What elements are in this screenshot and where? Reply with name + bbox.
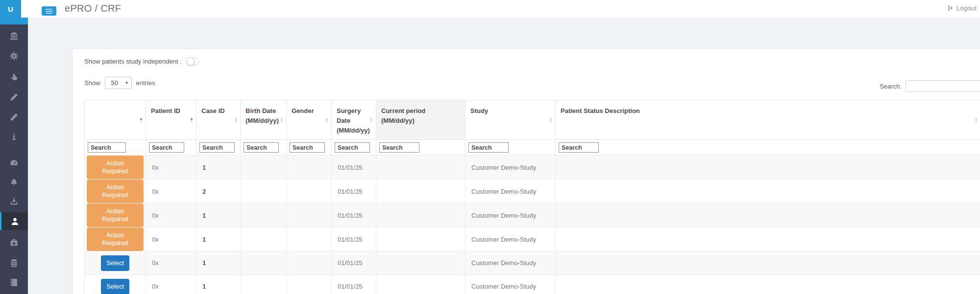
- pencil-icon: [10, 113, 18, 121]
- sidebar-item-download[interactable]: [0, 192, 28, 210]
- action-required-button[interactable]: Action Required: [87, 156, 144, 179]
- column-label: Current period (MM/dd/yy): [381, 107, 425, 124]
- column-header-current-period-mm-dd-yy: Current period (MM/dd/yy): [376, 101, 466, 140]
- patient-icon: [11, 217, 19, 226]
- cell-study: Customer Demo-Study: [466, 275, 556, 294]
- sign-out-icon: [947, 5, 954, 11]
- sidebar-item-pencil[interactable]: [0, 108, 28, 126]
- column-filter-input-current-period-mm-dd-yy[interactable]: [379, 142, 419, 153]
- column-filter-input-patient-id[interactable]: [149, 142, 184, 153]
- sidebar-item-bank[interactable]: [0, 27, 28, 45]
- patients-table-wrap: ▲▼Patient ID▲▼Case ID▲▼Birth Date (MM/dd…: [84, 100, 980, 294]
- action-required-button[interactable]: Action Required: [87, 180, 144, 203]
- sidebar-item-medkit[interactable]: [0, 233, 28, 251]
- page-length-wrap: 50: [105, 77, 132, 89]
- sidebar-item-hand-pointer[interactable]: [0, 68, 28, 86]
- filter-cell: [556, 140, 980, 156]
- sidebar: [0, 18, 28, 294]
- cell-gender: [287, 204, 332, 227]
- cell-case_id: 1: [196, 204, 241, 227]
- column-filter-input-study[interactable]: [468, 142, 509, 153]
- sidebar-item-gear[interactable]: [0, 47, 28, 65]
- column-filter-input-patient-status-description[interactable]: [559, 142, 599, 153]
- select-button[interactable]: Select: [101, 255, 129, 271]
- sort-arrows-icon[interactable]: ▲▼: [974, 117, 978, 123]
- sort-arrows-icon[interactable]: ▲▼: [190, 117, 194, 123]
- column-filter-input-surgery-date-mm-dd-yy[interactable]: [335, 142, 370, 153]
- sidebar-toggle-button[interactable]: [42, 6, 56, 16]
- cell-gender: [287, 227, 332, 251]
- patients-card: Show patients study independent : Show 5…: [72, 48, 980, 294]
- search-label: Search:: [880, 83, 902, 90]
- table-row: Select0x101/01/25Customer Demo-Study: [85, 275, 980, 294]
- sort-arrows-icon[interactable]: ▲▼: [280, 117, 284, 123]
- cell-gender: [287, 251, 332, 275]
- column-header-patient-status-description[interactable]: Patient Status Description▲▼: [556, 101, 980, 140]
- column-header-surgery-date-mm-dd-yy[interactable]: Surgery Date (MM/dd/yy)▲▼: [332, 101, 376, 140]
- cell-patient_id: 0x: [146, 251, 196, 275]
- column-header-study[interactable]: Study▲▼: [466, 101, 556, 140]
- column-header-gender[interactable]: Gender▲▼: [287, 101, 332, 140]
- sidebar-item-book[interactable]: [0, 273, 28, 291]
- medkit-icon: [10, 238, 18, 247]
- cell-study: Customer Demo-Study: [466, 156, 556, 180]
- column-filter-input[interactable]: [88, 142, 126, 153]
- sidebar-accent-band: [0, 18, 28, 24]
- table-row: Action Required0x101/01/25Customer Demo-…: [85, 204, 980, 227]
- cell-study: Customer Demo-Study: [466, 204, 556, 227]
- column-label: Birth Date (MM/dd/yy): [245, 107, 279, 124]
- cell-status_description: [556, 275, 980, 294]
- cell-surgery_date: 01/01/25: [332, 204, 376, 227]
- table-row: Action Required0x101/01/25Customer Demo-…: [85, 227, 980, 251]
- column-header-case-id[interactable]: Case ID▲▼: [196, 101, 241, 140]
- action-required-button[interactable]: Action Required: [87, 204, 144, 227]
- study-independent-toggle[interactable]: [186, 57, 199, 66]
- sort-arrows-icon[interactable]: ▲▼: [549, 117, 553, 123]
- filter-cell: [376, 140, 466, 156]
- column-label: Patient ID: [151, 107, 180, 114]
- sidebar-item-pencil[interactable]: [0, 88, 28, 106]
- table-row: Action Required0x101/01/25Customer Demo-…: [85, 156, 980, 180]
- topbar: U ePRO / CRF Logout: [0, 0, 980, 18]
- entries-label: entries: [136, 79, 155, 87]
- cell-action: Action Required: [85, 156, 146, 180]
- column-filter-input-gender[interactable]: [290, 142, 325, 153]
- sidebar-item-dashboard[interactable]: [0, 154, 28, 171]
- sidebar-item-database[interactable]: [0, 254, 28, 271]
- sort-arrows-icon[interactable]: ▲▼: [139, 117, 143, 123]
- cell-gender: [287, 275, 332, 294]
- cell-birth_date: [241, 227, 287, 251]
- cell-status_description: [556, 156, 980, 180]
- column-label: Patient Status Description: [561, 107, 640, 114]
- gear-icon: [10, 52, 18, 60]
- sort-arrows-icon[interactable]: ▲▼: [369, 117, 373, 123]
- column-header-actions[interactable]: ▲▼: [85, 101, 146, 140]
- logout-button[interactable]: Logout: [947, 4, 977, 12]
- action-required-button[interactable]: Action Required: [87, 227, 144, 251]
- filter-cell: [241, 140, 287, 156]
- select-button[interactable]: Select: [101, 279, 129, 294]
- cell-current_period: [376, 251, 466, 275]
- global-search-input[interactable]: [906, 80, 980, 92]
- table-row: Select0x101/01/25Customer Demo-Study: [85, 251, 980, 275]
- filter-row: [85, 140, 980, 156]
- sidebar-item-info[interactable]: [0, 128, 28, 145]
- cell-birth_date: [241, 275, 287, 294]
- column-header-patient-id[interactable]: Patient ID▲▼: [146, 101, 196, 140]
- sort-arrows-icon[interactable]: ▲▼: [325, 117, 329, 123]
- cell-patient_id: 0x: [146, 156, 196, 180]
- sidebar-item-bell[interactable]: [0, 173, 28, 191]
- hamburger-icon: [46, 11, 52, 12]
- app-root: { "header": { "logo_text": "U", "title":…: [0, 0, 980, 294]
- info-icon: [10, 133, 18, 141]
- cell-birth_date: [241, 156, 287, 180]
- sidebar-item-patient-active[interactable]: [0, 212, 28, 230]
- page-length-select[interactable]: 50: [105, 77, 132, 89]
- column-filter-input-case-id[interactable]: [199, 142, 235, 153]
- page-length-row: Show 50 entries: [84, 77, 155, 89]
- column-header-birth-date-mm-dd-yy[interactable]: Birth Date (MM/dd/yy)▲▼: [241, 101, 287, 140]
- sort-arrows-icon[interactable]: ▲▼: [234, 117, 238, 123]
- column-filter-input-birth-date-mm-dd-yy[interactable]: [244, 142, 279, 153]
- cell-current_period: [376, 275, 466, 294]
- cell-patient_id: 0x: [146, 180, 196, 204]
